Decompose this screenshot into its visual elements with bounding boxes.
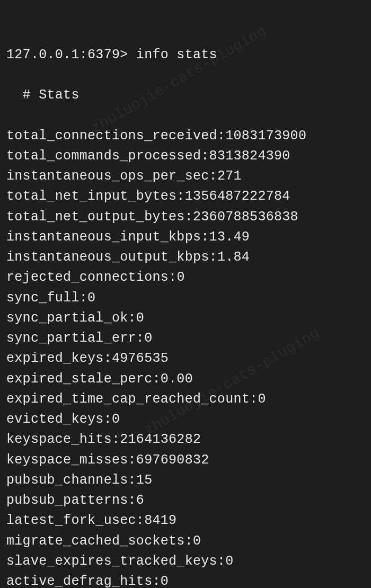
stat-line: sync_partial_err:0 (6, 328, 365, 349)
stat-key: instantaneous_output_kbps (6, 250, 209, 265)
stat-value: 6 (136, 493, 144, 508)
stat-line: sync_partial_ok:0 (6, 308, 365, 328)
stat-line: expired_stale_perc:0.00 (6, 369, 365, 389)
stat-value: 0 (176, 270, 184, 285)
stat-value: 15 (136, 473, 153, 488)
stat-line: pubsub_patterns:6 (6, 491, 365, 511)
stat-value: 0 (193, 533, 201, 549)
stat-value: 271 (217, 168, 242, 184)
stat-key: sync_full (6, 290, 80, 306)
stat-value: 0 (144, 331, 152, 346)
stat-line: total_net_input_bytes:1356487222784 (6, 186, 365, 207)
stat-value: 8419 (144, 513, 176, 528)
stat-key: rejected_connections (6, 270, 169, 285)
stat-key: instantaneous_input_kbps (6, 229, 201, 245)
stat-value: 0 (112, 412, 120, 427)
stat-value: 0.00 (161, 371, 193, 387)
stat-value: 0 (87, 290, 95, 306)
stat-value: 697690832 (136, 452, 209, 468)
stat-key: latest_fork_usec (6, 513, 136, 528)
stat-key: evicted_keys (6, 412, 104, 427)
stat-key: total_connections_received (6, 128, 217, 144)
stat-key: keyspace_hits (6, 432, 112, 447)
stat-line: rejected_connections:0 (6, 268, 365, 288)
stat-key: active_defrag_hits (6, 574, 152, 588)
stat-value: 2164136282 (120, 432, 201, 447)
stat-line: instantaneous_input_kbps:13.49 (6, 227, 365, 247)
prompt-command: info stats (136, 47, 217, 63)
stat-value: 8313824390 (209, 148, 290, 164)
stat-value: 0 (225, 554, 233, 569)
stat-key: pubsub_channels (6, 473, 128, 488)
prompt-host: 127.0.0.1:6379> (6, 47, 128, 63)
stat-line: evicted_keys:0 (6, 409, 365, 430)
stat-key: sync_partial_err (6, 331, 136, 346)
stats-list: total_connections_received:1083173900tot… (6, 126, 365, 589)
stat-key: total_net_output_bytes (6, 209, 185, 225)
stat-value: 1356487222784 (185, 189, 290, 204)
stat-value: 0 (258, 391, 266, 407)
terminal-output: 127.0.0.1:6379> info stats # Stats total… (6, 4, 365, 588)
section-header: # Stats (23, 87, 80, 103)
stat-line: keyspace_hits:2164136282 (6, 430, 365, 450)
stat-value: 4976535 (112, 351, 169, 366)
stat-value: 0 (136, 310, 144, 326)
stat-key: total_net_input_bytes (6, 189, 176, 204)
prompt-line: 127.0.0.1:6379> info stats (6, 45, 365, 65)
stat-line: expired_time_cap_reached_count:0 (6, 389, 365, 409)
stat-line: slave_expires_tracked_keys:0 (6, 551, 365, 572)
stat-key: total_commands_processed (6, 148, 201, 164)
stat-line: total_connections_received:1083173900 (6, 126, 365, 146)
stat-value: 2360788536838 (193, 209, 298, 225)
stat-value: 1083173900 (225, 128, 306, 144)
stat-line: total_net_output_bytes:2360788536838 (6, 207, 365, 227)
stat-line: total_commands_processed:8313824390 (6, 146, 365, 166)
stat-key: slave_expires_tracked_keys (6, 554, 217, 569)
stat-line: expired_keys:4976535 (6, 349, 365, 369)
stat-key: expired_stale_perc (6, 371, 152, 387)
stat-key: expired_time_cap_reached_count (6, 391, 250, 407)
stat-line: keyspace_misses:697690832 (6, 450, 365, 470)
stat-key: pubsub_patterns (6, 493, 128, 508)
stat-key: expired_keys (6, 351, 104, 366)
stat-value: 0 (161, 574, 169, 588)
stat-line: active_defrag_hits:0 (6, 572, 365, 588)
stat-line: pubsub_channels:15 (6, 470, 365, 491)
stat-line: instantaneous_output_kbps:1.84 (6, 247, 365, 268)
stat-key: keyspace_misses (6, 452, 128, 468)
stat-key: instantaneous_ops_per_sec (6, 168, 209, 184)
stat-line: instantaneous_ops_per_sec:271 (6, 166, 365, 186)
stat-line: latest_fork_usec:8419 (6, 511, 365, 531)
stat-value: 13.49 (209, 229, 250, 245)
stat-line: migrate_cached_sockets:0 (6, 531, 365, 551)
stat-key: migrate_cached_sockets (6, 533, 185, 549)
stat-value: 1.84 (217, 250, 250, 265)
stat-key: sync_partial_ok (6, 310, 128, 326)
stat-line: sync_full:0 (6, 288, 365, 308)
